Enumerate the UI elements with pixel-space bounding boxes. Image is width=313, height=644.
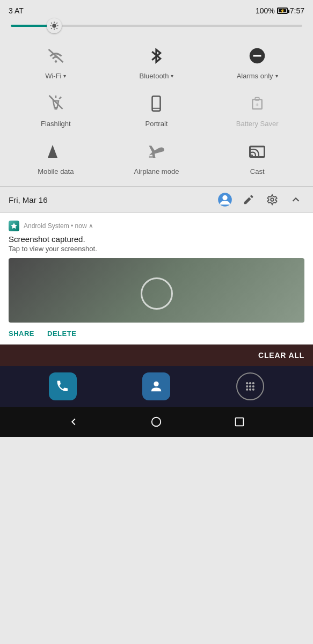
cast-icon <box>244 138 270 164</box>
screenshot-circle-overlay <box>141 277 173 310</box>
contacts-app[interactable] <box>142 372 170 400</box>
cast-label: Cast <box>250 167 265 175</box>
svg-point-32 <box>246 382 248 384</box>
battery-icon: ⚡ <box>277 8 288 14</box>
svg-line-7 <box>57 23 58 24</box>
airplane-icon <box>143 138 169 164</box>
user-icon-button[interactable] <box>216 191 234 208</box>
status-bar: 3 AT 100% ⚡ 7:57 <box>0 0 313 19</box>
svg-text:+: + <box>256 102 259 108</box>
delete-button[interactable]: DELETE <box>47 330 76 338</box>
alarms-icon <box>244 43 270 69</box>
date-text: Fri, Mar 16 <box>9 195 210 204</box>
svg-line-6 <box>57 28 58 29</box>
battery-saver-icon: + <box>244 91 270 116</box>
notif-app-name: Android System • now ∧ <box>24 222 304 230</box>
svg-point-30 <box>271 198 274 201</box>
brightness-thumb[interactable] <box>47 18 62 33</box>
screenshot-notification[interactable]: Android System • now ∧ Screenshot captur… <box>0 213 313 345</box>
svg-marker-25 <box>48 145 57 158</box>
navigation-bar <box>0 407 313 437</box>
svg-line-8 <box>52 28 53 29</box>
settings-icon-button[interactable] <box>264 191 281 208</box>
svg-point-36 <box>249 385 251 387</box>
bluetooth-label: Bluetooth ▾ <box>140 72 174 80</box>
brightness-section <box>0 19 313 38</box>
notif-title: Screenshot captured. <box>9 235 304 244</box>
notif-header: Android System • now ∧ <box>9 221 304 231</box>
svg-point-10 <box>55 60 57 63</box>
quick-tiles: Wi-Fi ▾ Bluetooth ▾ <box>0 38 313 186</box>
airplane-tile[interactable]: Airplane mode <box>111 138 202 175</box>
flashlight-icon <box>43 91 69 116</box>
flashlight-label: Flashlight <box>41 120 71 128</box>
alarms-tile[interactable]: Alarms only ▾ <box>212 43 303 80</box>
battery-saver-tile[interactable]: + Battery Saver <box>212 91 303 128</box>
portrait-label: Portrait <box>145 120 168 128</box>
mobile-data-tile[interactable]: Mobile data <box>10 138 101 175</box>
alarms-dropdown-arrow: ▾ <box>275 73 278 79</box>
home-button[interactable] <box>149 414 164 429</box>
svg-point-34 <box>252 382 254 384</box>
app-launcher[interactable] <box>236 372 264 400</box>
svg-point-0 <box>53 24 57 28</box>
notif-body: Tap to view your screenshot. <box>9 245 304 253</box>
portrait-icon <box>143 91 169 116</box>
notifications-area: Android System • now ∧ Screenshot captur… <box>0 213 313 345</box>
wifi-label: Wi-Fi ▾ <box>45 72 66 80</box>
android-system-icon <box>9 221 19 231</box>
bluetooth-tile[interactable]: Bluetooth ▾ <box>111 43 202 80</box>
screenshot-preview[interactable] <box>9 258 304 323</box>
wifi-dropdown-arrow: ▾ <box>63 73 66 79</box>
wifi-tile[interactable]: Wi-Fi ▾ <box>10 43 101 80</box>
svg-point-38 <box>246 389 248 391</box>
cast-tile[interactable]: Cast <box>212 138 303 175</box>
portrait-tile[interactable]: Portrait <box>111 91 202 128</box>
tiles-row-2: Flashlight Portrait + <box>5 85 308 133</box>
back-button[interactable] <box>66 414 81 429</box>
svg-rect-12 <box>253 55 261 57</box>
battery-percent: 100% <box>256 6 275 15</box>
wifi-icon <box>43 43 69 69</box>
tiles-row-1: Wi-Fi ▾ Bluetooth ▾ <box>5 38 308 85</box>
battery-saver-label: Battery Saver <box>236 120 279 128</box>
recents-button[interactable] <box>232 414 247 429</box>
app-dock <box>0 366 313 407</box>
carrier-text: 3 AT <box>9 6 24 15</box>
edit-icon-button[interactable] <box>240 191 257 208</box>
svg-point-37 <box>252 385 254 387</box>
svg-point-33 <box>249 382 251 384</box>
brightness-track[interactable] <box>11 25 302 27</box>
notif-actions: SHARE DELETE <box>9 323 304 344</box>
mobile-data-label: Mobile data <box>38 167 74 175</box>
clear-all-button[interactable]: CLEAR ALL <box>258 351 304 360</box>
svg-line-5 <box>52 23 53 24</box>
svg-point-40 <box>252 389 254 391</box>
brightness-icon <box>49 21 59 31</box>
share-button[interactable]: SHARE <box>9 330 34 338</box>
svg-point-29 <box>222 195 227 200</box>
alarms-label: Alarms only ▾ <box>237 72 278 80</box>
svg-point-41 <box>152 418 161 427</box>
mobile-data-icon <box>43 138 69 164</box>
collapse-icon-button[interactable] <box>287 191 304 208</box>
tiles-row-3: Mobile data Airplane mode <box>5 133 308 181</box>
time-text: 7:57 <box>290 6 304 15</box>
bluetooth-dropdown-arrow: ▾ <box>171 73 173 79</box>
flashlight-tile[interactable]: Flashlight <box>10 91 101 128</box>
battery-fill: ⚡ <box>279 9 286 12</box>
svg-rect-42 <box>235 418 243 426</box>
charging-bolt: ⚡ <box>280 9 285 13</box>
phone-app[interactable] <box>49 372 77 400</box>
svg-point-35 <box>246 385 248 387</box>
svg-point-39 <box>249 389 251 391</box>
bluetooth-icon <box>143 43 169 69</box>
svg-line-15 <box>59 97 61 99</box>
date-row: Fri, Mar 16 <box>0 187 313 213</box>
status-right: 100% ⚡ 7:57 <box>256 6 304 15</box>
airplane-label: Airplane mode <box>134 167 179 175</box>
svg-point-31 <box>154 382 159 386</box>
clear-all-section: CLEAR ALL <box>0 345 313 366</box>
